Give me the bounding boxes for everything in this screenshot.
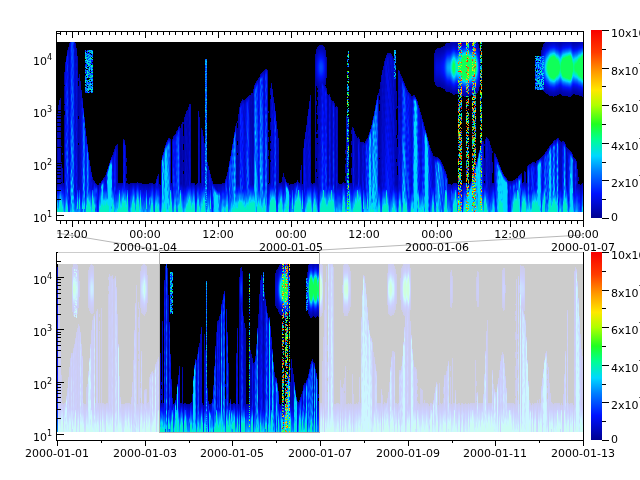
tick-mark (267, 221, 268, 224)
colorbar-tick-label: 0 (611, 433, 618, 447)
tick-mark (57, 382, 64, 383)
tick-mark (212, 221, 213, 224)
tick-mark (583, 440, 584, 446)
tick-mark (407, 221, 408, 224)
tick-mark (57, 304, 61, 305)
x-tick-date-label: 2000-01-04 (113, 242, 177, 254)
tick-mark (291, 32, 292, 38)
tick-mark (57, 285, 61, 286)
tick-mark (57, 178, 61, 179)
tick-mark (157, 32, 158, 35)
tick-mark (57, 174, 61, 175)
tick-mark (455, 32, 456, 35)
colorbar-tick-label: 0 (611, 211, 618, 225)
tick-mark (602, 124, 606, 125)
tick-mark (57, 329, 64, 330)
tick-mark (388, 32, 389, 35)
tick-mark (346, 221, 347, 224)
tick-mark (57, 113, 61, 114)
tick-mark (407, 32, 408, 35)
tick-mark (57, 190, 61, 191)
tick-mark (57, 390, 61, 391)
tick-mark (109, 32, 110, 35)
tick-mark (528, 221, 529, 224)
tick-mark (127, 221, 128, 224)
tick-mark (370, 221, 371, 224)
tick-mark (57, 341, 61, 342)
tick-mark (57, 74, 61, 75)
tick-mark (57, 357, 61, 358)
tick-mark (376, 221, 377, 224)
tick-mark (261, 32, 262, 35)
y-tick-label: 102 (18, 375, 52, 393)
tick-mark (56, 252, 57, 441)
tick-mark (553, 32, 554, 35)
tick-mark (57, 279, 61, 280)
tick-mark (547, 32, 548, 35)
tick-mark (57, 171, 61, 172)
tick-mark (425, 221, 426, 224)
y-tick-label: 101 (18, 208, 52, 226)
tick-mark (96, 221, 97, 224)
tick-mark (66, 32, 67, 35)
tick-mark (175, 221, 176, 224)
tick-mark (169, 32, 170, 35)
tick-mark (297, 221, 298, 224)
tick-mark (328, 221, 329, 224)
tick-mark (474, 32, 475, 35)
tick-mark (571, 32, 572, 35)
tick-mark (539, 440, 540, 443)
tick-mark (57, 168, 61, 169)
tick-mark (57, 418, 61, 419)
tick-mark (242, 32, 243, 35)
tick-mark (218, 32, 219, 38)
colorbar-tick-label: 6x107 (611, 320, 640, 334)
tick-mark (492, 32, 493, 35)
tick-mark (522, 32, 523, 35)
x-tick-date-label: 2000-01-01 (25, 448, 89, 460)
tick-mark (285, 32, 286, 35)
tick-mark (57, 434, 64, 435)
tick-mark (57, 85, 61, 86)
tick-mark (200, 32, 201, 35)
tick-mark (540, 221, 541, 224)
tick-mark (602, 68, 609, 69)
tick-mark (510, 221, 511, 227)
tick-mark (602, 162, 606, 163)
tick-mark (127, 32, 128, 35)
bottom-colorbar (591, 252, 602, 440)
tick-mark (303, 221, 304, 224)
tick-mark (528, 32, 529, 35)
tick-mark (540, 32, 541, 35)
tick-mark (57, 70, 61, 71)
tick-mark (602, 180, 609, 181)
tick-mark (224, 32, 225, 35)
tick-mark (188, 221, 189, 224)
tick-mark (419, 32, 420, 35)
tick-mark (352, 221, 353, 224)
tick-mark (553, 221, 554, 224)
tick-mark (467, 32, 468, 35)
tick-mark (151, 221, 152, 224)
tick-mark (84, 32, 85, 35)
tick-mark (57, 147, 61, 148)
tick-mark (189, 440, 190, 443)
tick-mark (413, 221, 414, 224)
tick-mark (413, 32, 414, 35)
x-tick-date-label: 2000-01-11 (463, 448, 527, 460)
colorbar-tick-label: 8x107 (611, 283, 640, 297)
colorbar-tick-label: 2x107 (611, 395, 640, 409)
tick-mark (364, 221, 365, 227)
tick-mark (101, 440, 102, 443)
tick-mark (504, 221, 505, 224)
tick-mark (602, 384, 606, 385)
tick-mark (401, 221, 402, 224)
tick-mark (57, 215, 64, 216)
selection-box[interactable] (159, 250, 320, 433)
tick-mark (480, 221, 481, 224)
tick-mark (248, 221, 249, 224)
colorbar-tick-label: 2x107 (611, 173, 640, 187)
y-tick-label: 101 (18, 427, 52, 445)
tick-mark (431, 32, 432, 35)
tick-mark (200, 221, 201, 224)
